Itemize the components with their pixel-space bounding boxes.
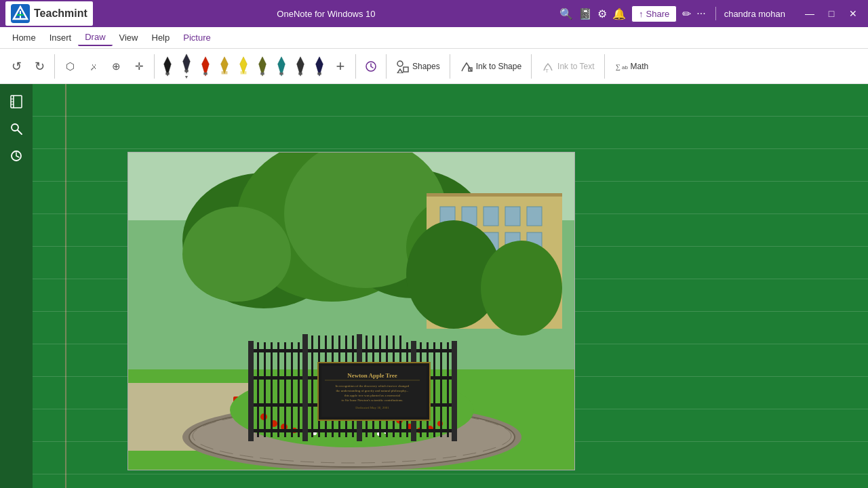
lasso-tool[interactable]: ⬡ xyxy=(59,54,81,79)
svg-rect-88 xyxy=(271,342,273,437)
toolbar: ↺ ↻ ⬡ ꭙ ⊕ ✛ ▼ xyxy=(0,49,868,84)
svg-rect-50 xyxy=(484,207,498,226)
svg-rect-7 xyxy=(184,70,188,73)
pen-teal[interactable] xyxy=(273,54,290,79)
header-icons: 🔍 📓 ⚙ 🔔 ↑ Share ✏ ··· xyxy=(559,5,706,22)
sidebar-notebooks[interactable] xyxy=(4,89,28,114)
svg-text:to Sir Isaac Newton's scientif: to Sir Isaac Newton's scientific contrib… xyxy=(342,399,403,402)
pen-edit-icon[interactable]: ✏ xyxy=(682,7,691,20)
pen-teal-icon xyxy=(275,56,288,77)
svg-rect-5 xyxy=(165,72,169,75)
more-options-icon[interactable]: ··· xyxy=(696,7,705,20)
logo-icon xyxy=(11,4,30,23)
math-button[interactable]: ∑ ab Math xyxy=(609,57,654,76)
app-title: OneNote for Windows 10 xyxy=(277,9,375,19)
minimize-button[interactable]: — xyxy=(800,4,819,23)
pen-olive-icon xyxy=(256,56,269,77)
main-content: Newton Apple Tree In recognition of the … xyxy=(33,84,868,488)
svg-rect-47 xyxy=(427,193,562,197)
svg-rect-21 xyxy=(317,72,321,75)
pen-olive[interactable] xyxy=(254,54,271,79)
shapes-button[interactable]: Shapes xyxy=(391,57,446,76)
svg-rect-11 xyxy=(222,71,228,74)
search-icon[interactable]: 🔍 xyxy=(559,7,573,20)
maximize-button[interactable]: □ xyxy=(822,4,841,23)
svg-rect-17 xyxy=(279,72,283,75)
menu-bar: Home Insert Draw View Help Picture xyxy=(0,27,868,49)
svg-text:the understanding of gravity a: the understanding of gravity and natural… xyxy=(336,389,408,392)
line-row xyxy=(33,117,868,149)
recent-icon xyxy=(9,149,23,163)
svg-text:ab: ab xyxy=(622,64,628,70)
pen-darkgray[interactable] xyxy=(292,54,309,79)
svg-rect-86 xyxy=(257,342,259,437)
math-icon: ∑ ab xyxy=(614,60,628,73)
toolbar-separator-6 xyxy=(531,54,532,79)
ink-to-text-button[interactable]: T Ink to Text xyxy=(536,57,599,76)
svg-rect-87 xyxy=(264,342,266,437)
username: chandra mohan xyxy=(724,9,785,19)
svg-rect-19 xyxy=(298,72,302,75)
svg-line-36 xyxy=(18,130,22,134)
user-section: chandra mohan xyxy=(713,7,785,20)
menu-view[interactable]: View xyxy=(113,30,145,45)
add-space-tool[interactable]: ⊕ xyxy=(105,54,127,79)
pen-dark-dropdown[interactable]: ▼ xyxy=(178,52,195,81)
newton-apple-tree-image: Newton Apple Tree In recognition of the … xyxy=(128,152,575,470)
add-pen-button[interactable]: + xyxy=(330,54,351,79)
toolbar-separator-4 xyxy=(386,54,387,79)
titlebar-left: Teachmint xyxy=(5,1,93,26)
search-icon xyxy=(9,122,23,136)
svg-text:Newton Apple Tree: Newton Apple Tree xyxy=(347,372,397,379)
svg-rect-89 xyxy=(277,342,279,437)
svg-rect-9 xyxy=(203,72,207,75)
ink-replay-icon xyxy=(364,60,378,73)
sidebar-recent[interactable] xyxy=(4,144,28,168)
svg-rect-90 xyxy=(284,342,286,437)
svg-point-43 xyxy=(182,207,291,302)
toolbar-separator-3 xyxy=(355,54,356,79)
logo-text: Teachmint xyxy=(34,7,87,20)
toolbar-separator-7 xyxy=(604,54,605,79)
ink-to-shape-label: Ink to Shape xyxy=(476,62,521,71)
svg-text:T: T xyxy=(545,68,549,73)
svg-rect-119 xyxy=(250,429,457,432)
close-button[interactable]: ✕ xyxy=(844,4,863,23)
notebook-icon[interactable]: 📓 xyxy=(578,7,592,20)
ink-to-text-label: Ink to Text xyxy=(557,62,594,71)
menu-picture[interactable]: Picture xyxy=(176,30,217,45)
logo: Teachmint xyxy=(5,1,93,26)
pen-red[interactable] xyxy=(197,54,214,79)
svg-rect-52 xyxy=(527,207,542,226)
pan-tool[interactable]: ✛ xyxy=(128,54,150,79)
undo-button[interactable]: ↺ xyxy=(5,54,27,79)
menu-draw[interactable]: Draw xyxy=(78,29,112,46)
ink-to-text-icon: T xyxy=(541,60,555,73)
share-label: Share xyxy=(646,9,670,19)
redo-button[interactable]: ↻ xyxy=(28,54,50,79)
math-label: Math xyxy=(631,62,649,71)
svg-rect-116 xyxy=(250,349,457,352)
svg-rect-120 xyxy=(248,341,254,441)
menu-home[interactable]: Home xyxy=(5,30,43,45)
pen-navy[interactable] xyxy=(311,54,328,79)
menu-help[interactable]: Help xyxy=(145,30,177,45)
share-button[interactable]: ↑ Share xyxy=(631,5,677,22)
highlighter-yellow[interactable] xyxy=(235,54,252,79)
sidebar-search[interactable] xyxy=(4,117,28,141)
share-icon: ↑ xyxy=(639,9,644,19)
menu-insert[interactable]: Insert xyxy=(43,30,79,45)
pen-black[interactable] xyxy=(159,54,176,79)
settings-icon[interactable]: ⚙ xyxy=(597,7,607,20)
ink-to-shape-button[interactable]: Ink to Shape xyxy=(454,57,527,76)
svg-marker-12 xyxy=(240,56,248,73)
toolbar-separator-5 xyxy=(450,54,450,79)
embedded-image-container[interactable]: Newton Apple Tree In recognition of the … xyxy=(127,152,575,470)
highlighter-gold[interactable] xyxy=(216,54,233,79)
ink-replay-button[interactable] xyxy=(360,54,382,79)
bell-icon[interactable]: 🔔 xyxy=(612,7,626,20)
toolbar-separator-1 xyxy=(54,54,55,79)
type-tool[interactable]: ꭙ xyxy=(82,54,104,79)
ink-to-shape-icon xyxy=(460,60,473,73)
line-row xyxy=(33,84,868,117)
